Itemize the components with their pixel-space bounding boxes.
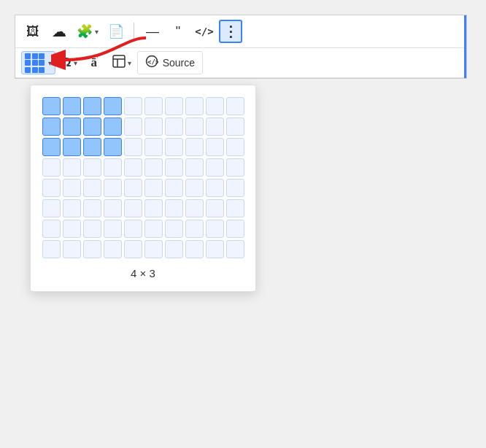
grid-cell[interactable] xyxy=(185,117,204,136)
grid-cell[interactable] xyxy=(83,117,101,136)
editor-container: 🖼 ☁ 🧩 ▾ 📄 — " </> ⋮ xyxy=(15,15,467,79)
grid-cell[interactable] xyxy=(206,199,224,217)
grid-cell[interactable] xyxy=(185,199,204,217)
grid-cell[interactable] xyxy=(144,138,163,156)
source-button[interactable]: </> Source xyxy=(137,51,203,74)
grid-cell[interactable] xyxy=(206,240,224,258)
grid-cell[interactable] xyxy=(63,158,81,177)
grid-cell[interactable] xyxy=(144,179,163,197)
grid-cell[interactable] xyxy=(144,97,163,115)
grid-cell[interactable] xyxy=(165,138,183,156)
grid-cell[interactable] xyxy=(83,220,101,238)
grid-cell[interactable] xyxy=(104,158,122,177)
grid-cell[interactable] xyxy=(63,220,81,238)
grid-cell[interactable] xyxy=(124,117,142,136)
puzzle-button[interactable]: 🧩 ▾ xyxy=(74,20,101,43)
grid-cell[interactable] xyxy=(185,97,204,115)
grid-cell[interactable] xyxy=(185,158,204,177)
grid-cell[interactable] xyxy=(124,240,142,258)
grid-cell[interactable] xyxy=(83,179,101,197)
grid-cell[interactable] xyxy=(104,117,122,136)
grid-cell[interactable] xyxy=(144,220,163,238)
special-char-button[interactable]: Ω ▾ xyxy=(58,51,80,74)
grid-cell[interactable] xyxy=(144,199,163,217)
grid-cell[interactable] xyxy=(226,138,244,156)
grid-cell[interactable] xyxy=(165,97,183,115)
grid-cell[interactable] xyxy=(165,220,183,238)
grid-cell[interactable] xyxy=(124,199,142,217)
grid-cell[interactable] xyxy=(42,199,61,217)
grid-cell[interactable] xyxy=(226,199,244,217)
grid-cell[interactable] xyxy=(63,199,81,217)
embed-button[interactable]: </> xyxy=(193,20,216,43)
grid-cell[interactable] xyxy=(83,158,101,177)
char-style-button[interactable]: ā ′ xyxy=(83,51,107,74)
grid-cell[interactable] xyxy=(185,179,204,197)
char-style-icon: ā xyxy=(91,55,98,70)
source-label: Source xyxy=(163,57,195,69)
grid-cell[interactable] xyxy=(165,158,183,177)
grid-cell[interactable] xyxy=(226,97,244,115)
grid-cell[interactable] xyxy=(226,240,244,258)
grid-cell[interactable] xyxy=(206,179,224,197)
grid-cell[interactable] xyxy=(185,220,204,238)
grid-cell[interactable] xyxy=(206,158,224,177)
grid-cell[interactable] xyxy=(42,240,61,258)
grid-cell[interactable] xyxy=(63,138,81,156)
grid-cell[interactable] xyxy=(226,179,244,197)
grid-cell[interactable] xyxy=(226,117,244,136)
grid-cell[interactable] xyxy=(185,240,204,258)
grid-cell[interactable] xyxy=(42,138,61,156)
grid-cell[interactable] xyxy=(144,158,163,177)
more-button[interactable]: ⋮ xyxy=(219,20,242,43)
quote-button[interactable]: " xyxy=(166,20,190,43)
grid-cell[interactable] xyxy=(104,240,122,258)
grid-cell[interactable] xyxy=(206,220,224,238)
grid-cell[interactable] xyxy=(226,220,244,238)
grid-cell[interactable] xyxy=(83,240,101,258)
grid-cell[interactable] xyxy=(42,117,61,136)
grid-cell[interactable] xyxy=(165,179,183,197)
grid-cell[interactable] xyxy=(63,117,81,136)
cloud-button[interactable]: ☁ xyxy=(47,20,71,43)
grid-cells[interactable] xyxy=(42,97,244,258)
grid-cell[interactable] xyxy=(124,97,142,115)
grid-cell[interactable] xyxy=(42,179,61,197)
grid-cell[interactable] xyxy=(63,97,81,115)
grid-cell[interactable] xyxy=(124,220,142,238)
file-button[interactable]: 📄 xyxy=(104,20,128,43)
puzzle-icon: 🧩 xyxy=(77,23,93,39)
grid-cell[interactable] xyxy=(63,179,81,197)
grid-cell[interactable] xyxy=(124,179,142,197)
media-button[interactable]: 🖼 xyxy=(21,20,45,43)
grid-cell[interactable] xyxy=(104,179,122,197)
grid-cell[interactable] xyxy=(104,220,122,238)
grid-cell[interactable] xyxy=(42,158,61,177)
grid-cell[interactable] xyxy=(226,158,244,177)
grid-cell[interactable] xyxy=(206,138,224,156)
dash-button[interactable]: — xyxy=(140,20,163,43)
grid-cell[interactable] xyxy=(144,240,163,258)
grid-cell[interactable] xyxy=(42,97,61,115)
grid-cell[interactable] xyxy=(206,97,224,115)
template-button[interactable]: ▾ xyxy=(109,51,134,74)
grid-cell[interactable] xyxy=(185,138,204,156)
grid-cell[interactable] xyxy=(83,199,101,217)
grid-cell[interactable] xyxy=(165,199,183,217)
grid-cell[interactable] xyxy=(124,158,142,177)
grid-cell[interactable] xyxy=(206,117,224,136)
table-insert-button[interactable]: ▾ xyxy=(21,51,55,74)
grid-cell[interactable] xyxy=(104,138,122,156)
grid-cell[interactable] xyxy=(83,97,101,115)
grid-cell[interactable] xyxy=(104,97,122,115)
source-icon: </> xyxy=(145,55,158,71)
more-icon: ⋮ xyxy=(223,23,238,40)
grid-cell[interactable] xyxy=(124,138,142,156)
grid-cell[interactable] xyxy=(104,199,122,217)
grid-cell[interactable] xyxy=(63,240,81,258)
grid-cell[interactable] xyxy=(165,117,183,136)
grid-cell[interactable] xyxy=(144,117,163,136)
grid-cell[interactable] xyxy=(42,220,61,238)
grid-cell[interactable] xyxy=(165,240,183,258)
grid-cell[interactable] xyxy=(83,138,101,156)
